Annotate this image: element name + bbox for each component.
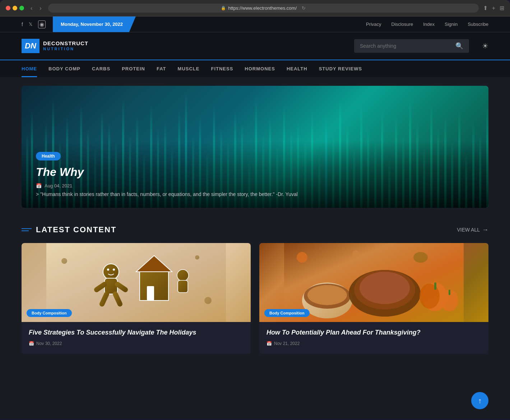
article-card-1[interactable]: Body Composition Five Strategies To Succ… [22,243,251,354]
article-card-2[interactable]: Body Composition How To Potentially Plan… [259,243,488,354]
refresh-icon: ↻ [302,5,306,11]
browser-dots [6,6,24,10]
site-nav: HOME BODY COMP CARBS PROTEIN FAT MUSCLE … [0,60,510,77]
subscribe-link[interactable]: Subscribe [468,22,488,27]
nav-item-body-comp[interactable]: BODY COMP [48,60,80,77]
view-all-link[interactable]: VIEW ALL → [457,226,488,234]
browser-nav: ‹ › [28,4,44,12]
address-bar[interactable]: 🔒 https://www.electronthemes.com/ ↻ [48,4,479,13]
card-date-1: Nov 30, 2022 [36,341,62,346]
arrow-right-icon: → [482,226,488,234]
svg-rect-0 [46,243,226,322]
forward-button[interactable]: › [37,4,43,12]
logo-area[interactable]: DN DECONSTRUCT NUTRITION [22,39,88,53]
dot-yellow [13,6,17,10]
svg-rect-28 [449,290,450,295]
card-badge-2[interactable]: Body Composition [264,309,310,317]
svg-point-12 [177,270,189,281]
cards-grid: Body Composition Five Strategies To Succ… [22,243,488,354]
card-meta-2: 📅 Nov 21, 2022 [266,341,481,346]
section-line-bottom [22,230,29,231]
instagram-icon[interactable]: ◉ [38,20,46,28]
calendar-icon: 📅 [36,183,42,188]
latest-content-section: LATEST CONTENT VIEW ALL → [0,216,510,363]
share-button[interactable]: ⬆ [483,5,488,11]
nav-item-carbs[interactable]: CARBS [92,60,110,77]
search-button[interactable]: 🔍 [455,42,463,50]
browser-chrome: ‹ › 🔒 https://www.electronthemes.com/ ↻ … [0,0,510,17]
logo-line1: DECONSTRUCT [43,40,88,46]
svg-point-1 [103,264,119,280]
site-header: DN DECONSTRUCT NUTRITION 🔍 ☀ [0,32,510,60]
theme-toggle-button[interactable]: ☀ [482,42,488,50]
nav-item-study-reviews[interactable]: STUDY REVIEWS [319,60,362,77]
svg-rect-26 [434,283,436,290]
disclosure-link[interactable]: Disclosure [391,22,413,27]
nav-item-muscle[interactable]: MUSCLE [178,60,200,77]
social-links: f 𝕏 ◉ [22,20,46,28]
dot-green [19,6,24,10]
svg-rect-13 [178,280,188,293]
card-image-turkey: Body Composition [259,243,488,322]
card-meta-1: 📅 Nov 30, 2022 [29,341,244,346]
hero-date-text: Aug 04, 2021 [45,183,72,188]
card-title-1: Five Strategies To Successfully Navigate… [29,328,244,337]
hero-excerpt: > "Humans think in stories rather than i… [36,191,474,197]
svg-point-31 [413,252,428,263]
section-header: LATEST CONTENT VIEW ALL → [22,225,488,234]
top-bar-date: Monday, November 30, 2022 [53,17,136,32]
nav-item-protein[interactable]: PROTEIN [122,60,145,77]
privacy-link[interactable]: Privacy [366,22,381,27]
top-bar-links: Privacy Disclosure Index Signin Subscrib… [366,22,488,27]
section-line-top [22,228,32,229]
svg-point-29 [297,252,307,263]
svg-point-14 [61,258,67,264]
nav-item-fitness[interactable]: FITNESS [211,60,233,77]
view-all-label: VIEW ALL [457,227,480,233]
scroll-to-top-button[interactable]: ↑ [471,392,488,409]
signin-link[interactable]: Signin [445,22,458,27]
hero-section[interactable]: Health The Why 📅 Aug 04, 2021 > "Humans … [22,86,488,208]
card-badge-1[interactable]: Body Composition [27,309,72,317]
dot-red [6,6,10,10]
svg-point-15 [204,297,212,304]
url-text: https://www.electronthemes.com/ [228,5,297,11]
svg-rect-11 [147,286,154,300]
hero-date: 📅 Aug 04, 2021 [36,183,474,188]
svg-point-8 [113,269,115,271]
top-bar: f 𝕏 ◉ Monday, November 30, 2022 Privacy … [0,17,510,32]
card-calendar-icon-2: 📅 [266,341,272,346]
svg-point-16 [195,255,199,260]
svg-point-20 [307,285,347,305]
card-content-1: Five Strategies To Successfully Navigate… [22,322,251,354]
svg-point-23 [360,272,410,304]
section-title-area: LATEST CONTENT [22,225,116,234]
svg-point-25 [419,284,440,309]
twitter-icon[interactable]: 𝕏 [29,22,32,27]
card-content-2: How To Potentially Plan Ahead For Thanks… [259,322,488,354]
svg-point-30 [352,250,360,257]
website: f 𝕏 ◉ Monday, November 30, 2022 Privacy … [0,17,510,419]
nav-item-health[interactable]: HEALTH [287,60,307,77]
card-image-cookies: Body Composition [22,243,251,322]
new-tab-button[interactable]: + [492,5,495,11]
hero-overlay: Health The Why 📅 Aug 04, 2021 > "Humans … [22,141,488,208]
card-title-2: How To Potentially Plan Ahead For Thanks… [266,328,481,337]
nav-item-fat[interactable]: FAT [157,60,166,77]
hero-category-badge[interactable]: Health [36,152,61,160]
nav-item-hormones[interactable]: HORMONES [245,60,275,77]
card-calendar-icon-1: 📅 [29,341,34,346]
nav-item-home[interactable]: HOME [22,60,37,77]
browser-actions: ⬆ + ⊞ [483,5,504,11]
logo-icon: DN [22,39,40,53]
logo-line2: NUTRITION [43,47,88,51]
grid-button[interactable]: ⊞ [500,5,504,11]
hero-title: The Why [36,165,474,179]
facebook-icon[interactable]: f [22,22,23,27]
search-input[interactable] [360,43,452,49]
card-date-2: Nov 21, 2022 [274,341,300,346]
index-link[interactable]: Index [423,22,435,27]
section-title: LATEST CONTENT [36,225,116,234]
logo-text: DECONSTRUCT NUTRITION [43,40,88,51]
back-button[interactable]: ‹ [28,4,34,12]
